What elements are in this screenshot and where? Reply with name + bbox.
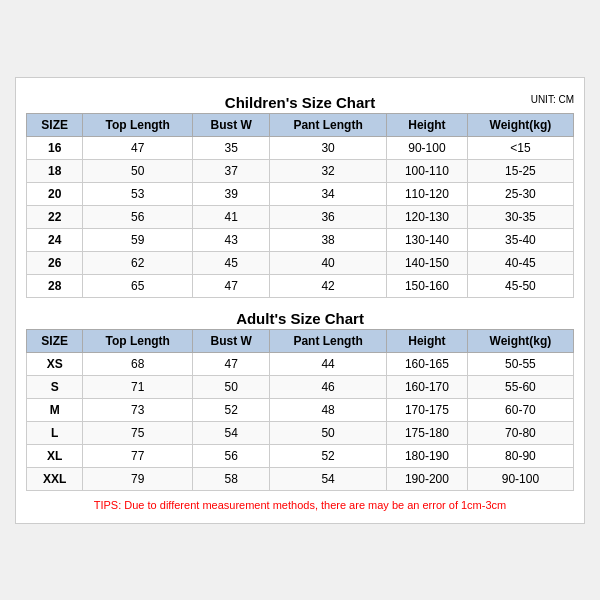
table-cell: 26 xyxy=(27,251,83,274)
col-header-top-length: Top Length xyxy=(83,113,193,136)
table-cell: 130-140 xyxy=(386,228,467,251)
col-header-pant-length-adult: Pant Length xyxy=(270,329,387,352)
table-cell: 140-150 xyxy=(386,251,467,274)
table-cell: 18 xyxy=(27,159,83,182)
table-row: L755450175-18070-80 xyxy=(27,421,574,444)
col-header-top-length-adult: Top Length xyxy=(83,329,193,352)
table-cell: M xyxy=(27,398,83,421)
adult-table: SIZE Top Length Bust W Pant Length Heigh… xyxy=(26,329,574,491)
table-row: 1647353090-100<15 xyxy=(27,136,574,159)
table-cell: 50 xyxy=(83,159,193,182)
table-cell: 65 xyxy=(83,274,193,297)
table-row: 28654742150-16045-50 xyxy=(27,274,574,297)
table-cell: S xyxy=(27,375,83,398)
children-section-title: Children's Size Chart UNIT: CM xyxy=(26,88,574,113)
table-cell: 80-90 xyxy=(467,444,573,467)
table-cell: 120-130 xyxy=(386,205,467,228)
table-cell: 34 xyxy=(270,182,387,205)
table-cell: 41 xyxy=(193,205,270,228)
table-cell: 16 xyxy=(27,136,83,159)
table-row: XL775652180-19080-90 xyxy=(27,444,574,467)
table-cell: 45 xyxy=(193,251,270,274)
tips-text: TIPS: Due to different measurement metho… xyxy=(26,497,574,513)
table-row: M735248170-17560-70 xyxy=(27,398,574,421)
table-cell: 71 xyxy=(83,375,193,398)
table-cell: 47 xyxy=(193,352,270,375)
table-cell: 100-110 xyxy=(386,159,467,182)
table-cell: 90-100 xyxy=(467,467,573,490)
table-cell: 36 xyxy=(270,205,387,228)
table-cell: 62 xyxy=(83,251,193,274)
table-cell: 47 xyxy=(83,136,193,159)
table-row: 22564136120-13030-35 xyxy=(27,205,574,228)
children-table: SIZE Top Length Bust W Pant Length Heigh… xyxy=(26,113,574,298)
table-cell: 30-35 xyxy=(467,205,573,228)
table-cell: 43 xyxy=(193,228,270,251)
table-cell: 32 xyxy=(270,159,387,182)
adult-title-text: Adult's Size Chart xyxy=(236,310,364,327)
col-header-pant-length: Pant Length xyxy=(270,113,387,136)
table-cell: 35 xyxy=(193,136,270,159)
table-cell: 24 xyxy=(27,228,83,251)
table-cell: L xyxy=(27,421,83,444)
table-cell: 77 xyxy=(83,444,193,467)
table-cell: 73 xyxy=(83,398,193,421)
children-header-row: SIZE Top Length Bust W Pant Length Heigh… xyxy=(27,113,574,136)
table-cell: 28 xyxy=(27,274,83,297)
table-cell: 68 xyxy=(83,352,193,375)
table-cell: 52 xyxy=(193,398,270,421)
table-row: S715046160-17055-60 xyxy=(27,375,574,398)
table-row: XXL795854190-20090-100 xyxy=(27,467,574,490)
table-cell: 50-55 xyxy=(467,352,573,375)
table-cell: 56 xyxy=(193,444,270,467)
table-cell: <15 xyxy=(467,136,573,159)
table-cell: 50 xyxy=(270,421,387,444)
table-cell: 110-120 xyxy=(386,182,467,205)
table-cell: XXL xyxy=(27,467,83,490)
table-cell: 170-175 xyxy=(386,398,467,421)
table-row: 18503732100-11015-25 xyxy=(27,159,574,182)
table-row: 24594338130-14035-40 xyxy=(27,228,574,251)
table-cell: 37 xyxy=(193,159,270,182)
adult-section-title: Adult's Size Chart xyxy=(26,304,574,329)
table-cell: 79 xyxy=(83,467,193,490)
chart-container: Children's Size Chart UNIT: CM SIZE Top … xyxy=(15,77,585,524)
col-header-weight: Weight(kg) xyxy=(467,113,573,136)
table-cell: 50 xyxy=(193,375,270,398)
table-cell: XL xyxy=(27,444,83,467)
table-cell: 56 xyxy=(83,205,193,228)
table-cell: 45-50 xyxy=(467,274,573,297)
table-cell: 53 xyxy=(83,182,193,205)
col-header-weight-adult: Weight(kg) xyxy=(467,329,573,352)
table-row: 26624540140-15040-45 xyxy=(27,251,574,274)
table-cell: 20 xyxy=(27,182,83,205)
table-cell: 160-170 xyxy=(386,375,467,398)
col-header-bust-w-adult: Bust W xyxy=(193,329,270,352)
table-cell: 58 xyxy=(193,467,270,490)
table-cell: 40-45 xyxy=(467,251,573,274)
table-cell: 30 xyxy=(270,136,387,159)
table-cell: 180-190 xyxy=(386,444,467,467)
adult-header-row: SIZE Top Length Bust W Pant Length Heigh… xyxy=(27,329,574,352)
table-cell: 39 xyxy=(193,182,270,205)
col-header-height: Height xyxy=(386,113,467,136)
table-cell: 55-60 xyxy=(467,375,573,398)
table-cell: 48 xyxy=(270,398,387,421)
table-cell: 52 xyxy=(270,444,387,467)
table-cell: 175-180 xyxy=(386,421,467,444)
table-cell: 22 xyxy=(27,205,83,228)
table-cell: 42 xyxy=(270,274,387,297)
col-header-size-adult: SIZE xyxy=(27,329,83,352)
unit-label: UNIT: CM xyxy=(531,94,574,105)
col-header-bust-w: Bust W xyxy=(193,113,270,136)
table-cell: 150-160 xyxy=(386,274,467,297)
table-cell: 35-40 xyxy=(467,228,573,251)
col-header-height-adult: Height xyxy=(386,329,467,352)
table-cell: 44 xyxy=(270,352,387,375)
table-cell: 90-100 xyxy=(386,136,467,159)
table-cell: XS xyxy=(27,352,83,375)
col-header-size: SIZE xyxy=(27,113,83,136)
table-cell: 59 xyxy=(83,228,193,251)
table-cell: 60-70 xyxy=(467,398,573,421)
table-cell: 54 xyxy=(193,421,270,444)
